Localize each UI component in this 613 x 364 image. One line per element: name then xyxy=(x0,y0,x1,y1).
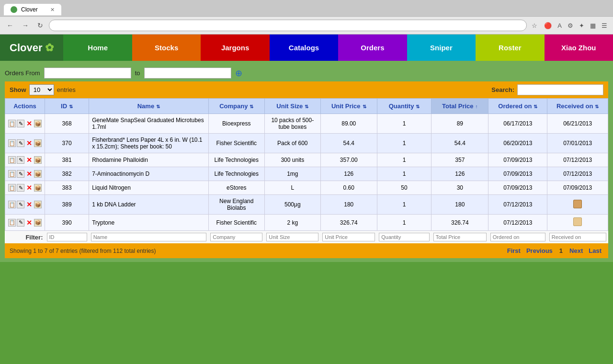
filter-unit-price-input[interactable] xyxy=(322,233,375,241)
ship-icon[interactable]: 📦 xyxy=(34,170,42,178)
sort-arrow-company: ⇅ xyxy=(250,104,253,109)
unit_size-cell: L xyxy=(264,181,320,195)
delete-icon[interactable]: ✕ xyxy=(25,170,33,178)
nav-item-home[interactable]: Home xyxy=(63,34,132,61)
edit-icon[interactable]: ✎ xyxy=(17,139,24,147)
col-ordered-on[interactable]: Ordered on⇅ xyxy=(488,99,547,114)
browser-tab[interactable]: Clover ✕ xyxy=(4,4,61,15)
filter-ordered-on-input[interactable] xyxy=(490,233,545,241)
unit_price-cell: 54.4 xyxy=(320,134,377,153)
ship-icon[interactable]: 📦 xyxy=(34,219,42,227)
ordered_on-cell: 07/12/2013 xyxy=(488,215,547,231)
to-label: to xyxy=(135,69,140,77)
forward-button[interactable]: → xyxy=(19,21,32,30)
view-icon[interactable]: 📋 xyxy=(8,170,16,178)
bookmark-star-icon[interactable]: ☆ xyxy=(530,21,539,30)
extension-icon-1[interactable]: ✦ xyxy=(577,21,586,30)
col-unit-size[interactable]: Unit Size⇅ xyxy=(264,99,320,114)
filter-received-on-input[interactable] xyxy=(549,233,606,241)
ship-icon[interactable]: 📦 xyxy=(34,156,42,164)
col-received-on[interactable]: Received on⇅ xyxy=(547,99,608,114)
first-page-button[interactable]: First xyxy=(505,246,522,255)
filter-total-price-input[interactable] xyxy=(433,233,487,241)
browser-icon-1[interactable]: 🔴 xyxy=(542,21,554,30)
app-logo[interactable]: Clover✿ xyxy=(0,34,63,61)
entries-per-page-select[interactable]: 10 25 50 100 xyxy=(29,84,54,95)
name-cell: Fisherbrand* Lens Paper 4L x 6 in. W (10… xyxy=(89,134,209,153)
total_price-cell: 54.4 xyxy=(431,134,488,153)
table-row: 📋 ✎ ✕ 📦 3891 kb DNA LadderNew England Bi… xyxy=(5,195,608,215)
filter-id-cell xyxy=(45,231,89,244)
view-icon[interactable]: 📋 xyxy=(8,156,16,164)
previous-page-button[interactable]: Previous xyxy=(524,246,555,255)
edit-icon[interactable]: ✎ xyxy=(17,184,24,192)
ship-icon[interactable]: 📦 xyxy=(34,139,42,147)
delete-icon[interactable]: ✕ xyxy=(25,219,33,227)
last-page-button[interactable]: Last xyxy=(587,246,603,255)
nav-item-roster[interactable]: Roster xyxy=(476,34,544,61)
ordered_on-cell: 06/20/2013 xyxy=(488,134,547,153)
extension-icon-3[interactable]: ☰ xyxy=(600,21,609,30)
nav-item-xiao[interactable]: Xiao Zhou xyxy=(545,34,613,61)
edit-icon[interactable]: ✎ xyxy=(17,170,24,178)
col-id[interactable]: ID⇅ xyxy=(45,99,89,114)
next-page-button[interactable]: Next xyxy=(568,246,585,255)
address-bar[interactable]: 140.254.234.145/clover/orders.php xyxy=(49,20,527,31)
filter-quantity-input[interactable] xyxy=(379,233,430,241)
delete-icon[interactable]: ✕ xyxy=(25,139,33,147)
nav-item-sniper[interactable]: Sniper xyxy=(407,34,476,61)
ordered_on-cell: 06/17/2013 xyxy=(488,114,547,134)
reload-button[interactable]: ↻ xyxy=(34,21,46,30)
col-company[interactable]: Company⇅ xyxy=(208,99,264,114)
ordered_on-cell: 07/09/2013 xyxy=(488,181,547,195)
back-button[interactable]: ← xyxy=(4,21,16,30)
filter-unit-size-input[interactable] xyxy=(266,233,318,241)
col-name[interactable]: Name⇅ xyxy=(89,99,209,114)
edit-icon[interactable]: ✎ xyxy=(17,156,24,164)
view-icon[interactable]: 📋 xyxy=(8,139,16,147)
delete-icon[interactable]: ✕ xyxy=(25,120,33,127)
translate-icon[interactable]: A xyxy=(556,21,564,30)
delete-icon[interactable]: ✕ xyxy=(25,184,33,192)
add-date-button[interactable]: ⊕ xyxy=(235,68,242,79)
pagination-info: Showing 1 to 7 of 7 entries (filtered fr… xyxy=(10,248,156,254)
search-input[interactable] xyxy=(517,84,603,95)
nav-item-stocks[interactable]: Stocks xyxy=(132,34,201,61)
sort-arrow-received-on: ⇅ xyxy=(595,104,599,109)
nav-item-catalogs[interactable]: Catalogs xyxy=(270,34,338,61)
edit-icon[interactable]: ✎ xyxy=(17,201,24,208)
view-icon[interactable]: 📋 xyxy=(8,219,16,227)
new-tab-button[interactable] xyxy=(63,4,79,15)
company-cell: eStores xyxy=(208,181,264,195)
ordered_on-cell: 07/12/2013 xyxy=(488,195,547,215)
id-cell: 370 xyxy=(45,134,89,153)
col-unit-price[interactable]: Unit Price⇅ xyxy=(320,99,377,114)
ship-icon[interactable]: 📦 xyxy=(34,184,42,192)
filter-company-input[interactable] xyxy=(210,233,262,241)
nav-menu: Home Stocks Jargons Catalogs Orders Snip… xyxy=(63,34,613,61)
edit-icon[interactable]: ✎ xyxy=(17,219,24,227)
extension-icon-2[interactable]: ▦ xyxy=(588,21,598,30)
sort-arrow-unit-size: ⇅ xyxy=(305,104,308,109)
actions-cell: 📋 ✎ ✕ 📦 xyxy=(5,215,45,231)
unit_price-cell: 126 xyxy=(320,167,377,181)
view-icon[interactable]: 📋 xyxy=(8,184,16,192)
filter-id-input[interactable] xyxy=(47,233,87,241)
ship-icon[interactable]: 📦 xyxy=(34,201,42,208)
nav-item-orders[interactable]: Orders xyxy=(338,34,407,61)
col-quantity[interactable]: Quantity⇅ xyxy=(377,99,431,114)
col-total-price[interactable]: Total Price↑ xyxy=(431,99,488,114)
delete-icon[interactable]: ✕ xyxy=(25,156,33,164)
view-icon[interactable]: 📋 xyxy=(8,120,16,127)
nav-item-jargons[interactable]: Jargons xyxy=(201,34,269,61)
tab-close-button[interactable]: ✕ xyxy=(50,7,55,13)
to-date-input[interactable]: 07/14/2013 xyxy=(144,68,231,79)
edit-icon[interactable]: ✎ xyxy=(17,120,24,127)
ship-icon[interactable]: 📦 xyxy=(34,120,42,127)
filter-name-input[interactable] xyxy=(91,233,207,241)
unit_size-cell: 2 kg xyxy=(264,215,320,231)
from-date-input[interactable]: 06/14/2013 xyxy=(44,68,131,79)
view-icon[interactable]: 📋 xyxy=(8,201,16,208)
delete-icon[interactable]: ✕ xyxy=(25,201,33,208)
settings-icon[interactable]: ⚙ xyxy=(566,21,575,30)
